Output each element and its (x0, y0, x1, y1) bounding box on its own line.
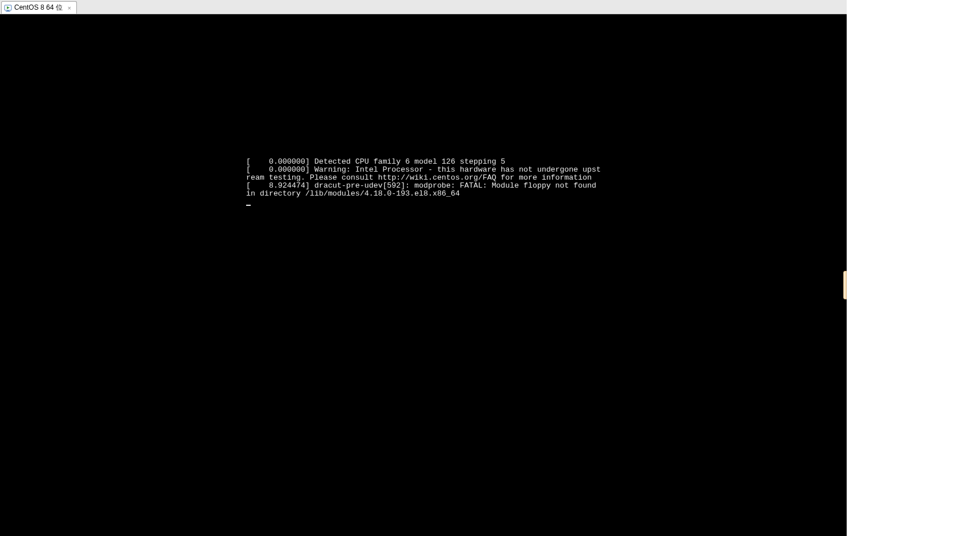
vm-tab[interactable]: CentOS 8 64 位 × (1, 1, 77, 14)
tab-label: CentOS 8 64 位 (14, 3, 63, 13)
vm-console[interactable]: [ 0.000000] Detected CPU family 6 model … (0, 14, 847, 536)
vm-power-icon (4, 4, 12, 12)
console-line: [ 0.000000] Detected CPU family 6 model … (246, 157, 505, 166)
tab-close-button[interactable]: × (66, 5, 73, 11)
svg-marker-3 (7, 6, 10, 9)
right-panel (847, 0, 980, 536)
console-line: [ 8.924474] dracut-pre-udev[592]: modpro… (246, 181, 601, 198)
svg-rect-2 (6, 11, 10, 11)
console-line: [ 0.000000] Warning: Intel Processor - t… (246, 165, 601, 182)
svg-rect-1 (7, 10, 9, 11)
console-output: [ 0.000000] Detected CPU family 6 model … (246, 158, 602, 206)
tab-bar: CentOS 8 64 位 × (0, 0, 980, 14)
cursor-icon (246, 205, 251, 206)
